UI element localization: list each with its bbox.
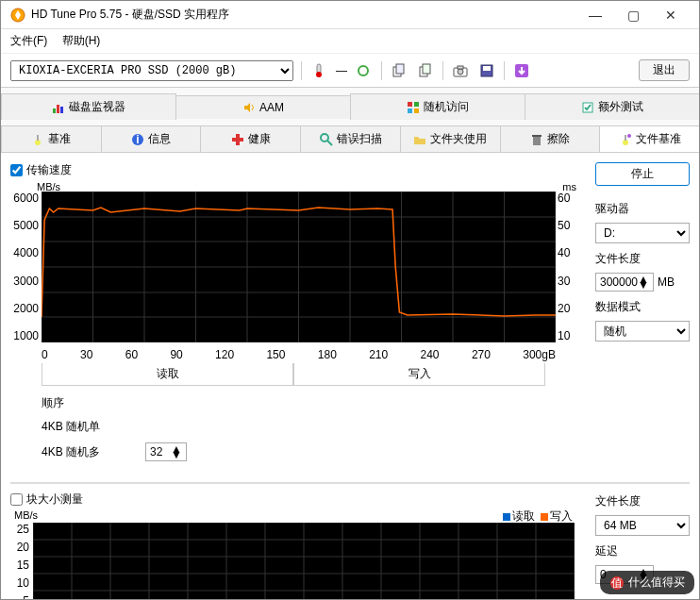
- toolbar: KIOXIA-EXCERIA PRO SSD (2000 gB) — 退出: [1, 54, 699, 88]
- save-icon[interactable]: [477, 61, 496, 80]
- drive-select[interactable]: KIOXIA-EXCERIA PRO SSD (2000 gB): [10, 60, 293, 81]
- tab-extra-tests[interactable]: 额外测试: [525, 93, 700, 120]
- svg-line-29: [327, 141, 332, 145]
- menubar: 文件(F) 帮助(H): [1, 29, 699, 54]
- data-mode-select[interactable]: 随机: [595, 321, 690, 342]
- y-axis-left: 600050004000300020001000: [10, 192, 39, 342]
- tab-folder-usage[interactable]: 文件夹使用: [400, 125, 501, 152]
- titlebar: HD Tune Pro 5.75 - 硬盘/SSD 实用程序 — ▢ ✕: [1, 1, 699, 29]
- svg-rect-12: [483, 66, 491, 71]
- transfer-speed-chart: MB/s ms 600050004000300020001000 6050403…: [10, 182, 576, 361]
- svg-point-28: [321, 134, 328, 142]
- stop-button[interactable]: 停止: [595, 162, 690, 186]
- tab-error-scan[interactable]: 错误扫描: [300, 125, 401, 152]
- exit-button[interactable]: 退出: [639, 59, 690, 81]
- 4kb-single-label: 4KB 随机单: [42, 419, 136, 435]
- svg-rect-7: [423, 64, 430, 74]
- maximize-button[interactable]: ▢: [614, 8, 652, 23]
- block-size-checkbox[interactable]: [10, 493, 23, 506]
- block-size-label: 块大小测量: [26, 492, 83, 508]
- read-write-labels: 读取 写入: [42, 363, 545, 386]
- 4kb-multi-label: 4KB 随机多: [42, 444, 136, 460]
- svg-rect-5: [396, 64, 404, 74]
- svg-point-3: [358, 66, 368, 75]
- write-label: 写入: [293, 363, 545, 386]
- tab-aam[interactable]: AAM: [175, 95, 351, 119]
- section-divider: [10, 482, 690, 484]
- copy-icon[interactable]: [390, 61, 408, 80]
- y2-axis-left: 252015105: [10, 523, 29, 600]
- tab-health[interactable]: 健康: [200, 125, 301, 152]
- svg-rect-17: [408, 102, 412, 107]
- drive-label: 驱动器: [595, 201, 690, 217]
- svg-rect-10: [458, 66, 463, 69]
- svg-text:值: 值: [611, 576, 623, 590]
- svg-point-34: [627, 134, 631, 138]
- menu-file[interactable]: 文件(F): [10, 34, 47, 47]
- read-label: 读取: [42, 363, 293, 386]
- transfer-speed-checkbox[interactable]: [10, 164, 23, 176]
- file-length-spinner[interactable]: 300000▲▼: [595, 273, 654, 292]
- file-length-unit: MB: [658, 275, 675, 289]
- y-axis-right: 605040302010: [558, 192, 576, 342]
- file-length2-label: 文件长度: [595, 493, 690, 509]
- svg-rect-31: [532, 135, 542, 137]
- tab-erase[interactable]: 擦除: [500, 125, 601, 152]
- svg-point-2: [316, 72, 322, 77]
- tab-info[interactable]: i信息: [101, 125, 202, 152]
- svg-rect-15: [57, 105, 59, 113]
- tab-file-benchmark[interactable]: 文件基准: [599, 125, 700, 152]
- drive-letter-select[interactable]: D:: [595, 223, 690, 243]
- svg-rect-18: [414, 102, 419, 107]
- svg-rect-23: [37, 135, 39, 141]
- file-length2-select[interactable]: 64 MB: [595, 515, 690, 536]
- transfer-speed-checkbox-row: 传输速度: [10, 162, 576, 178]
- down-arrow-icon[interactable]: [512, 61, 531, 80]
- watermark: 值 什么值得买: [600, 571, 694, 594]
- block-size-chart: MB/s 读取 写入 252015105 0.51248163264128256…: [10, 511, 576, 600]
- svg-point-9: [458, 69, 463, 75]
- svg-rect-30: [533, 137, 541, 145]
- multi-value-spinner[interactable]: 32▲▼: [145, 442, 187, 461]
- svg-text:i: i: [136, 133, 139, 146]
- x-axis: 0306090120150180210240270300gB: [42, 348, 556, 361]
- minimize-button[interactable]: —: [576, 8, 614, 23]
- svg-rect-27: [232, 138, 243, 142]
- thermometer-icon: [309, 61, 328, 80]
- data-mode-label: 数据模式: [595, 299, 690, 315]
- delay-label: 延迟: [595, 543, 690, 559]
- svg-rect-14: [53, 108, 56, 113]
- svg-rect-19: [408, 108, 412, 113]
- y2-axis-label: MB/s: [14, 509, 38, 521]
- transfer-speed-label: 传输速度: [26, 162, 72, 178]
- window-title: HD Tune Pro 5.75 - 硬盘/SSD 实用程序: [31, 7, 576, 23]
- block-size-checkbox-row: 块大小测量: [10, 492, 576, 508]
- temp-dash: —: [336, 64, 347, 77]
- svg-rect-20: [414, 108, 419, 113]
- tabs-row-1: 磁盘监视器 AAM 随机访问 额外测试: [1, 88, 699, 120]
- tab-benchmark[interactable]: 基准: [1, 125, 102, 152]
- sequential-label: 顺序: [42, 395, 136, 411]
- tab-random-access[interactable]: 随机访问: [350, 93, 525, 120]
- menu-help[interactable]: 帮助(H): [62, 34, 101, 47]
- svg-rect-16: [60, 107, 63, 113]
- svg-rect-33: [625, 135, 626, 141]
- app-icon: [10, 8, 25, 23]
- temp-status-icon: [355, 61, 374, 80]
- copy-data-icon[interactable]: [416, 61, 435, 80]
- close-button[interactable]: ✕: [652, 8, 690, 23]
- tabs-row-2: 基准 i信息 健康 错误扫描 文件夹使用 擦除 文件基准: [1, 120, 699, 152]
- screenshot-icon[interactable]: [451, 61, 470, 80]
- tab-disk-monitor[interactable]: 磁盘监视器: [1, 93, 176, 120]
- file-length-label: 文件长度: [595, 251, 690, 267]
- watermark-icon: 值: [609, 575, 625, 591]
